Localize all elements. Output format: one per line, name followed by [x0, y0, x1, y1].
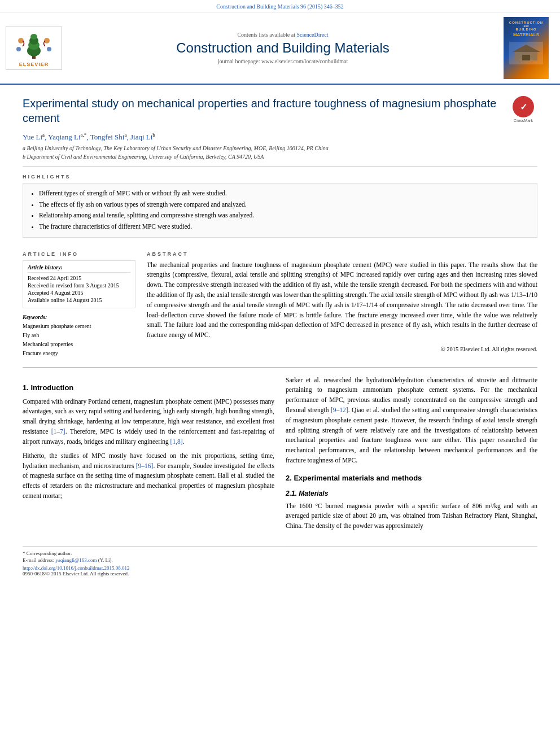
header-center: Contents lists available at ScienceDirec…	[68, 32, 498, 64]
intro-para1: Compared with ordinary Portland cement, …	[23, 397, 274, 447]
received-date: Received 24 April 2015	[28, 275, 130, 281]
elsevier-text: ELSEVIER	[19, 62, 49, 67]
ref-link[interactable]: [9–16]	[136, 462, 154, 469]
exp-methods-heading: 2. Experimental materials and methods	[286, 473, 537, 484]
ref-link[interactable]: [9–12]	[331, 407, 348, 413]
ref-link[interactable]: [1–7]	[51, 428, 65, 435]
keyword-item: Fracture energy	[23, 349, 135, 358]
email-link[interactable]: yaqiangli@163.com	[55, 557, 97, 563]
keyword-item: Fly ash	[23, 331, 135, 340]
journal-cover: CONSTRUCTION and BUILDING MATERIALS	[504, 17, 554, 79]
highlight-item: The fracture characteristics of differen…	[39, 221, 530, 233]
elsevier-tree-icon	[14, 29, 54, 60]
journal-homepage: journal homepage: www.elsevier.com/locat…	[68, 58, 498, 64]
abstract-label: ABSTRACT	[147, 251, 537, 257]
body-right-column: Sarker et al. researched the hydration/d…	[286, 375, 537, 535]
intro-heading: 1. Introduction	[23, 382, 274, 394]
journal-title: Construction and Building Materials	[68, 40, 498, 56]
sciencedirect-link[interactable]: ScienceDirect	[296, 32, 328, 38]
keywords-label: Keywords:	[23, 314, 135, 320]
article-info-label: ARTICLE INFO	[23, 251, 135, 257]
article-history-box: Article history: Received 24 April 2015 …	[23, 260, 135, 308]
svg-point-4	[30, 34, 37, 40]
keyword-item: Mechanical properties	[23, 340, 135, 349]
keyword-item: Magnesium phosphate cement	[23, 322, 135, 331]
abstract-text: The mechanical properties and fracture t…	[147, 260, 537, 355]
section-divider	[23, 367, 537, 368]
footer-section: * Corresponding author. E-mail address: …	[23, 547, 537, 576]
highlights-box: Different types of strength of MPC with …	[23, 183, 537, 237]
body-section: 1. Introduction Compared with ordinary P…	[23, 375, 537, 535]
highlight-item: The effects of fly ash on various types …	[39, 199, 530, 211]
corresponding-author-note: * Corresponding author.	[23, 551, 537, 556]
affiliation-b: b Department of Civil and Environmental …	[23, 152, 537, 161]
authors-line: Yue Lia, Yaqiang Lia,*, Tongfei Shia, Ji…	[23, 132, 537, 142]
svg-point-7	[16, 47, 21, 51]
body-right-para1: Sarker et al. researched the hydration/d…	[286, 375, 537, 466]
crossmark[interactable]: ✓ CrossMark	[509, 96, 537, 123]
ref-link[interactable]: [1,8]	[170, 438, 183, 445]
email-note: E-mail address: yaqiangli@163.com (Y. Li…	[23, 557, 537, 563]
abstract-column: ABSTRACT The mechanical properties and f…	[147, 246, 537, 358]
crossmark-icon[interactable]: ✓	[513, 96, 534, 117]
affiliation-a: a Beijing University of Technology, The …	[23, 144, 537, 152]
keywords-box: Keywords: Magnesium phosphate cement Fly…	[23, 314, 135, 358]
journal-cover-image: CONSTRUCTION and BUILDING MATERIALS	[504, 17, 549, 79]
article-info-column: ARTICLE INFO Article history: Received 2…	[23, 246, 135, 358]
body-left-column: 1. Introduction Compared with ordinary P…	[23, 375, 274, 535]
materials-subheading: 2.1. Materials	[286, 488, 537, 499]
intro-para2: Hitherto, the studies of MPC mostly have…	[23, 451, 274, 501]
elsevier-logo: ELSEVIER	[6, 27, 62, 70]
article-title-section: Experimental study on mechanical propert…	[23, 96, 537, 125]
accepted-date: Accepted 4 August 2015	[28, 290, 130, 296]
highlights-label: HIGHLIGHTS	[23, 174, 537, 180]
history-title: Article history:	[28, 264, 130, 273]
materials-para: The 1600 °C burned magnesia powder with …	[286, 501, 537, 531]
article-content: Experimental study on mechanical propert…	[0, 85, 560, 547]
affiliations: a Beijing University of Technology, The …	[23, 144, 537, 167]
info-abstract-section: ARTICLE INFO Article history: Received 2…	[23, 246, 537, 358]
copyright-notice: © 2015 Elsevier Ltd. All rights reserved…	[147, 345, 537, 354]
contents-line: Contents lists available at ScienceDirec…	[68, 32, 498, 38]
highlight-item: Relationship among axial tensile, splitt…	[39, 210, 530, 221]
journal-citation: Construction and Building Materials 96 (…	[0, 0, 560, 12]
crossmark-label: CrossMark	[514, 119, 533, 123]
svg-rect-11	[522, 55, 530, 60]
highlights-list: Different types of strength of MPC with …	[30, 188, 530, 232]
journal-header: ELSEVIER Contents lists available at Sci…	[0, 12, 560, 85]
doi-link[interactable]: http://dx.doi.org/10.1016/j.conbuildmat.…	[23, 565, 537, 571]
svg-point-8	[47, 47, 51, 51]
received-revised-date: Received in revised form 3 August 2015	[28, 282, 130, 289]
available-date: Available online 14 August 2015	[28, 297, 130, 303]
issn-notice: 0950-0618/© 2015 Elsevier Ltd. All right…	[23, 571, 537, 576]
article-title: Experimental study on mechanical propert…	[23, 96, 504, 125]
keywords-list: Magnesium phosphate cement Fly ash Mecha…	[23, 322, 135, 358]
svg-marker-10	[512, 45, 540, 52]
highlight-item: Different types of strength of MPC with …	[39, 188, 530, 199]
